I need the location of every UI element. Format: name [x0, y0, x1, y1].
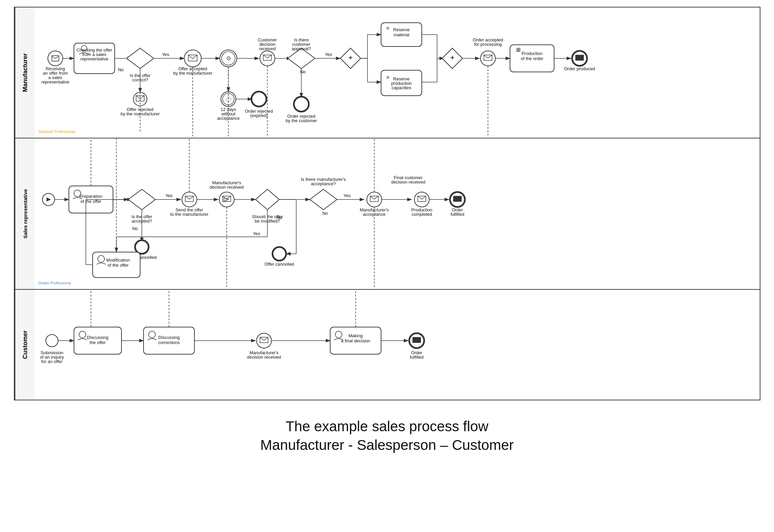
svg-text:corrections: corrections	[158, 340, 180, 345]
title-line2: Manufacturer - Salesperson – Customer	[7, 436, 767, 455]
sales-swimlane: Sales representative Dealer Professional	[15, 138, 760, 290]
svg-text:a final decision: a final decision	[341, 338, 370, 343]
customer-start-event	[46, 335, 58, 347]
svg-text:acceptance?: acceptance?	[311, 181, 336, 186]
customer-decision-event	[257, 333, 271, 348]
svg-text:⊙: ⊙	[226, 55, 230, 61]
svg-text:Yes: Yes	[162, 52, 169, 57]
svg-text:for an offer: for an offer	[41, 359, 62, 364]
svg-text:No: No	[118, 67, 124, 72]
svg-text:Yes: Yes	[325, 52, 332, 57]
svg-text:Order produced: Order produced	[564, 66, 595, 71]
svg-point-137	[272, 247, 286, 261]
svg-text:Dealer Professional: Dealer Professional	[38, 281, 71, 285]
manufacturer-label: Manufacturer	[15, 7, 35, 138]
diagram-container: Manufacturer Stolcad® Professional Recei…	[14, 7, 760, 400]
sales-gateway3	[310, 189, 337, 210]
svg-text:representative: representative	[41, 79, 69, 84]
svg-text:fulfilled: fulfilled	[450, 212, 464, 217]
svg-text:received: received	[259, 46, 276, 51]
svg-text:⚙: ⚙	[386, 26, 390, 30]
svg-text:completed: completed	[412, 212, 432, 217]
svg-text:Modification: Modification	[106, 258, 130, 263]
title-line1: The example sales process flow	[7, 417, 767, 436]
svg-point-54	[480, 51, 495, 66]
svg-text:by the customer: by the customer	[285, 118, 317, 123]
sales-diagram: Dealer Professional Preparation of the o…	[35, 138, 760, 288]
svg-text:of the order: of the order	[521, 56, 543, 61]
svg-point-79	[251, 92, 266, 107]
svg-text:for processing: for processing	[474, 42, 502, 47]
svg-text:Making: Making	[348, 333, 363, 338]
customer-swimlane: Customer Submission of an inquiry for an…	[15, 290, 760, 400]
sales-gateway2	[256, 189, 279, 210]
manufacturer-swimlane: Manufacturer Stolcad® Professional Recei…	[15, 7, 760, 138]
svg-text:No: No	[276, 215, 282, 220]
manufacturer-customer-decision	[260, 51, 275, 66]
svg-text:decision received: decision received	[247, 355, 281, 360]
sales-production-completed	[414, 192, 429, 207]
svg-text:No: No	[132, 226, 138, 231]
svg-text:Preparation: Preparation	[79, 194, 102, 199]
svg-text:approval?: approval?	[291, 46, 311, 51]
svg-point-84	[294, 97, 309, 112]
sales-label: Sales representative	[15, 138, 35, 289]
svg-text:Yes: Yes	[253, 231, 260, 236]
svg-text:Yes: Yes	[165, 193, 173, 198]
svg-rect-63	[575, 55, 584, 60]
svg-text:decision received: decision received	[391, 179, 425, 185]
sales-task-send	[182, 192, 197, 207]
svg-text:Stolcad® Professional: Stolcad® Professional	[38, 130, 75, 134]
diagram-title: The example sales process flow Manufactu…	[0, 407, 774, 461]
svg-text:Yes: Yes	[343, 193, 351, 198]
svg-text:+: +	[348, 54, 353, 61]
svg-text:capacities: capacities	[392, 85, 411, 90]
svg-text:Offer cancelled: Offer cancelled	[264, 262, 294, 267]
svg-text:Discussing: Discussing	[158, 335, 180, 340]
manufacturer-gateway2	[288, 48, 315, 69]
svg-rect-186	[413, 337, 421, 343]
svg-point-146	[367, 192, 382, 207]
svg-text:fulfilled: fulfilled	[410, 355, 423, 360]
svg-point-106	[135, 240, 149, 254]
svg-text:material: material	[393, 32, 409, 37]
svg-text:Reserve: Reserve	[393, 27, 409, 32]
svg-text:⚙: ⚙	[386, 75, 390, 79]
customer-diagram: Submission of an inquiry for an offer Di…	[35, 290, 760, 398]
svg-text:Discussing: Discussing	[87, 335, 108, 340]
manufacturer-diagram: Stolcad® Professional Receiving an offer…	[35, 7, 760, 136]
sales-decision-event	[219, 192, 234, 207]
manufacturer-task-accepted	[184, 50, 201, 67]
sales-gateway1	[128, 189, 155, 210]
svg-rect-158	[453, 196, 461, 202]
svg-text:representative: representative	[80, 56, 108, 61]
svg-text:the offer: the offer	[90, 340, 106, 345]
svg-text:decision received: decision received	[209, 185, 243, 190]
svg-text:to the manufacturer: to the manufacturer	[170, 212, 208, 217]
customer-label: Customer	[15, 290, 35, 400]
svg-text:of the offer: of the offer	[108, 263, 129, 268]
manufacturer-gateway1	[127, 48, 154, 69]
svg-text:+: +	[450, 54, 454, 61]
svg-text:(expired): (expired)	[250, 113, 267, 118]
svg-text:No: No	[322, 211, 328, 216]
svg-text:⊞: ⊞	[516, 47, 521, 53]
svg-text:No: No	[300, 69, 306, 74]
svg-text:Production: Production	[521, 51, 542, 56]
